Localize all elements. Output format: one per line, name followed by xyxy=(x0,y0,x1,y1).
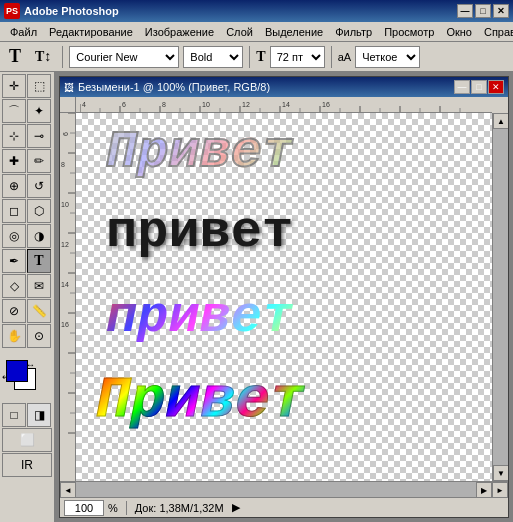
text-orient-icon: T↕ xyxy=(35,49,51,65)
svg-text:14: 14 xyxy=(61,281,69,288)
document-window: 🖼 Безымени-1 @ 100% (Привет, RGB/8) — □ … xyxy=(59,76,509,518)
main-area: ✛ ⬚ ⌒ ✦ ⊹ ⊸ ✚ ✏ ⊕ ↺ ◻ ⬡ ◎ ◑ xyxy=(0,72,513,522)
text-layer-3[interactable]: привет xyxy=(106,288,293,347)
menu-item-редактирование[interactable]: Редактирование xyxy=(43,24,139,40)
doc-minimize-btn[interactable]: — xyxy=(454,80,470,94)
menu-item-выделение[interactable]: Выделение xyxy=(259,24,329,40)
eraser-tool[interactable]: ◻ xyxy=(2,199,26,223)
blur-tool[interactable]: ◎ xyxy=(2,224,26,248)
eyedropper-tool[interactable]: ⊘ xyxy=(2,299,26,323)
heal-tool[interactable]: ✚ xyxy=(2,149,26,173)
svg-text:4: 4 xyxy=(82,101,86,108)
text-layer-4[interactable]: Привет xyxy=(96,368,305,433)
menu-item-изображение[interactable]: Изображение xyxy=(139,24,220,40)
status-bar: % Док: 1,38М/1,32М ▶ xyxy=(60,497,508,517)
scroll-left-btn[interactable]: ◄ xyxy=(60,482,76,498)
scroll-up-btn[interactable]: ▲ xyxy=(493,113,508,129)
toolbar-sep-2 xyxy=(249,46,250,68)
svg-text:6: 6 xyxy=(62,132,69,136)
zoom-tool[interactable]: ⊙ xyxy=(27,324,51,348)
selection-path-tool[interactable]: ◇ xyxy=(2,274,26,298)
font-family-select[interactable]: Courier New xyxy=(69,46,179,68)
screen-mode-btn[interactable]: ⬜ xyxy=(2,428,52,452)
close-btn[interactable]: ✕ xyxy=(493,4,509,18)
scroll-v-track[interactable] xyxy=(493,129,508,465)
svg-text:12: 12 xyxy=(242,101,250,108)
minimize-btn[interactable]: — xyxy=(457,4,473,18)
svg-text:10: 10 xyxy=(202,101,210,108)
svg-text:6: 6 xyxy=(122,101,126,108)
menu-item-справка[interactable]: Справка xyxy=(478,24,513,40)
doc-titlebar: 🖼 Безымени-1 @ 100% (Привет, RGB/8) — □ … xyxy=(60,77,508,97)
svg-text:16: 16 xyxy=(322,101,330,108)
doc-size: Док: 1,38М/1,32М xyxy=(135,502,224,514)
notes-tool[interactable]: ✉ xyxy=(27,274,51,298)
text-layer-1[interactable]: Привет xyxy=(106,123,293,182)
tool-row-4: ✚ ✏ xyxy=(2,149,52,173)
app-icon: PS xyxy=(4,3,20,19)
canvas-container: 🖼 Безымени-1 @ 100% (Привет, RGB/8) — □ … xyxy=(55,72,513,522)
scroll-forward-btn[interactable]: ▶ xyxy=(476,482,492,498)
font-style-select[interactable]: Bold xyxy=(183,46,243,68)
menu-item-фильтр[interactable]: Фильтр xyxy=(329,24,378,40)
selection-tool[interactable]: ⬚ xyxy=(27,74,51,98)
status-divider xyxy=(126,501,127,515)
vertical-ruler: 6 8 10 12 14 16 xyxy=(60,113,76,481)
scrollbar-horizontal: ◄ ▶ ► xyxy=(60,481,508,497)
magic-wand-tool[interactable]: ✦ xyxy=(27,99,51,123)
quick-mask-btn[interactable]: ◨ xyxy=(27,403,51,427)
stamp-tool[interactable]: ⊕ xyxy=(2,174,26,198)
text-tool-btn[interactable]: T xyxy=(4,45,26,69)
color-swatch-area: ↔ ↩ xyxy=(2,358,52,398)
doc-maximize-btn[interactable]: □ xyxy=(471,80,487,94)
dodge-tool[interactable]: ◑ xyxy=(27,224,51,248)
move-tool[interactable]: ✛ xyxy=(2,74,26,98)
tool-row-3: ⊹ ⊸ xyxy=(2,124,52,148)
status-arrow[interactable]: ▶ xyxy=(232,501,240,514)
scroll-h-track[interactable] xyxy=(76,482,476,497)
text-tool-icon: T xyxy=(9,46,21,67)
doc-close-btn[interactable]: ✕ xyxy=(488,80,504,94)
fill-tool[interactable]: ⬡ xyxy=(27,199,51,223)
font-size-select[interactable]: 72 пт xyxy=(270,46,325,68)
ruler-v-svg: 6 8 10 12 14 16 xyxy=(60,113,76,481)
menu-item-слой[interactable]: Слой xyxy=(220,24,259,40)
menu-item-просмотр[interactable]: Просмотр xyxy=(378,24,440,40)
doc-win-controls: — □ ✕ xyxy=(454,80,504,94)
aa-mode-select[interactable]: Четкое xyxy=(355,46,420,68)
zoom-area: % xyxy=(64,500,118,516)
foreground-color-swatch[interactable] xyxy=(6,360,28,382)
maximize-btn[interactable]: □ xyxy=(475,4,491,18)
zoom-input[interactable] xyxy=(64,500,104,516)
brush-tool[interactable]: ✏ xyxy=(27,149,51,173)
menu-item-окно[interactable]: Окно xyxy=(440,24,478,40)
lasso-tool[interactable]: ⌒ xyxy=(2,99,26,123)
tool-row-5: ⊕ ↺ xyxy=(2,174,52,198)
text-tool[interactable]: T xyxy=(27,249,51,273)
svg-text:8: 8 xyxy=(162,101,166,108)
slice-tool[interactable]: ⊸ xyxy=(27,124,51,148)
jump-to-imageready-btn[interactable]: IR xyxy=(2,453,52,477)
scroll-right-btn[interactable]: ► xyxy=(492,482,508,498)
toolbar-sep-3 xyxy=(331,46,332,68)
measure-tool[interactable]: 📏 xyxy=(27,299,51,323)
tool-row-2: ⌒ ✦ xyxy=(2,99,52,123)
text-orient-btn[interactable]: T↕ xyxy=(30,45,56,69)
toolbar-sep-1 xyxy=(62,46,63,68)
canvas-area[interactable]: Привет привет привет Привет xyxy=(76,113,492,481)
pen-tool[interactable]: ✒ xyxy=(2,249,26,273)
toolbar: T T↕ Courier New Bold T 72 пт аА Четкое xyxy=(0,42,513,72)
tool-row-10: ⊘ 📏 xyxy=(2,299,52,323)
history-tool[interactable]: ↺ xyxy=(27,174,51,198)
standard-mode-btn[interactable]: □ xyxy=(2,403,26,427)
tool-sep xyxy=(2,349,52,353)
svg-text:14: 14 xyxy=(282,101,290,108)
tools-panel: ✛ ⬚ ⌒ ✦ ⊹ ⊸ ✚ ✏ ⊕ ↺ ◻ ⬡ ◎ ◑ xyxy=(0,72,55,522)
ruler-corner xyxy=(60,97,76,113)
hand-tool[interactable]: ✋ xyxy=(2,324,26,348)
scroll-down-btn[interactable]: ▼ xyxy=(493,465,508,481)
menu-item-файл[interactable]: Файл xyxy=(4,24,43,40)
text-layer-2[interactable]: привет xyxy=(106,203,293,262)
zoom-unit: % xyxy=(108,502,118,514)
crop-tool[interactable]: ⊹ xyxy=(2,124,26,148)
